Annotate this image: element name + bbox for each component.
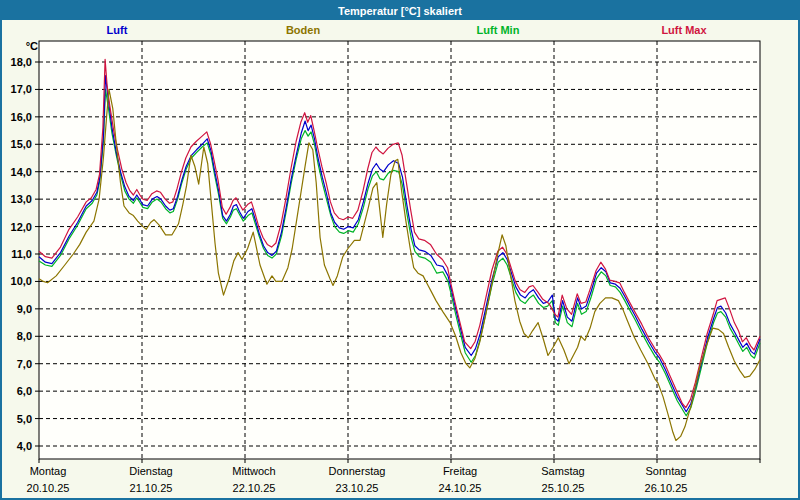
- y-axis-tick-label: 18,0: [11, 56, 32, 68]
- x-axis-day-label: Samstag: [541, 465, 584, 477]
- y-axis-tick-label: 13,0: [11, 193, 32, 205]
- y-axis-tick-label: 14,0: [11, 166, 32, 178]
- app-window: Temperatur [°C] skaliert Luft Boden Luft…: [0, 0, 800, 500]
- x-axis-date-label: 21.10.25: [130, 482, 173, 494]
- x-axis-day-label: Dienstag: [129, 465, 172, 477]
- x-axis-date-label: 25.10.25: [542, 482, 585, 494]
- x-axis-date-label: 26.10.25: [645, 482, 688, 494]
- y-axis-tick-label: 11,0: [11, 248, 32, 260]
- y-axis-tick-label: 5,0: [17, 413, 32, 425]
- x-axis-day-label: Mittwoch: [232, 465, 275, 477]
- x-axis-day-label: Montag: [30, 465, 67, 477]
- y-axis-tick-label: 12,0: [11, 221, 32, 233]
- x-axis-date-label: 23.10.25: [336, 482, 379, 494]
- x-axis-day-label: Freitag: [443, 465, 477, 477]
- y-axis-tick-label: 15,0: [11, 138, 32, 150]
- x-axis-date-label: 20.10.25: [27, 482, 70, 494]
- y-axis-tick-label: 8,0: [17, 330, 32, 342]
- y-axis-tick-label: 7,0: [17, 358, 32, 370]
- y-axis-tick-label: 16,0: [11, 111, 32, 123]
- x-axis-day-label: Donnerstag: [329, 465, 386, 477]
- y-axis-tick-label: 4,0: [17, 440, 32, 452]
- temperature-chart: 18,017,016,015,014,013,012,011,010,09,08…: [2, 2, 798, 498]
- y-axis-tick-label: 6,0: [17, 385, 32, 397]
- x-axis-date-label: 22.10.25: [233, 482, 276, 494]
- y-axis-tick-label: 9,0: [17, 303, 32, 315]
- y-axis-tick-label: 17,0: [11, 83, 32, 95]
- x-axis-day-label: Sonntag: [646, 465, 687, 477]
- y-axis-tick-label: 10,0: [11, 275, 32, 287]
- x-axis-date-label: 24.10.25: [439, 482, 482, 494]
